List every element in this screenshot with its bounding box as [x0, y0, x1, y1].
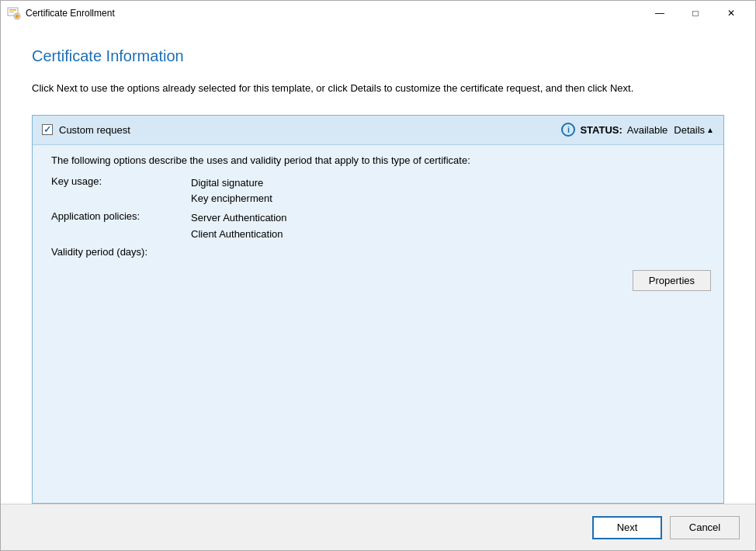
cert-name-label: Custom request — [59, 124, 555, 136]
svg-point-4 — [16, 15, 19, 19]
page-description: Click Next to use the options already se… — [32, 81, 699, 96]
properties-button[interactable]: Properties — [633, 270, 711, 291]
certificate-icon — [7, 6, 21, 20]
validity-label: Validity period (days): — [51, 246, 191, 258]
key-usage-value-2: Key encipherment — [191, 191, 272, 207]
app-policy-value-1: Server Authentication — [191, 210, 287, 227]
key-usage-row: Key usage: Digital signature Key enciphe… — [51, 175, 711, 208]
status-area: i STATUS: Available — [561, 123, 668, 137]
app-policies-label: Application policies: — [51, 210, 191, 243]
key-usage-value-1: Digital signature — [191, 175, 272, 192]
details-button[interactable]: Details ▲ — [674, 124, 714, 136]
cancel-button[interactable]: Cancel — [670, 516, 740, 539]
key-usage-values: Digital signature Key encipherment — [191, 175, 272, 208]
app-policies-row: Application policies: Server Authenticat… — [51, 210, 711, 243]
info-icon: i — [561, 123, 575, 137]
cert-panel: ✓ Custom request i STATUS: Available Det… — [32, 115, 724, 504]
cert-row-header: ✓ Custom request i STATUS: Available Det… — [33, 116, 723, 145]
svg-rect-1 — [9, 9, 16, 11]
window-title: Certificate Enrollment — [26, 8, 115, 19]
properties-row: Properties — [51, 261, 711, 291]
maximize-button[interactable]: □ — [678, 2, 713, 25]
main-content: Certificate Information Click Next to us… — [1, 26, 755, 504]
app-policies-values: Server Authentication Client Authenticat… — [191, 210, 287, 243]
title-bar-left: Certificate Enrollment — [7, 6, 115, 20]
next-button[interactable]: Next — [592, 516, 662, 539]
minimize-button[interactable]: — — [642, 2, 678, 25]
title-bar: Certificate Enrollment — □ ✕ — [1, 1, 755, 26]
cert-details-intro: The following options describe the uses … — [51, 154, 711, 166]
key-usage-label: Key usage: — [51, 175, 191, 208]
window: Certificate Enrollment — □ ✕ Certificate… — [0, 0, 756, 551]
details-label: Details — [674, 124, 705, 136]
cert-details: The following options describe the uses … — [33, 145, 723, 504]
svg-rect-2 — [9, 12, 14, 12]
title-controls: — □ ✕ — [642, 2, 749, 25]
validity-row: Validity period (days): — [51, 246, 711, 258]
chevron-up-icon: ▲ — [706, 126, 714, 134]
close-button[interactable]: ✕ — [713, 2, 749, 25]
custom-request-checkbox[interactable]: ✓ — [42, 124, 53, 135]
app-policy-value-2: Client Authentication — [191, 227, 287, 243]
checkmark-icon: ✓ — [43, 124, 51, 135]
page-title: Certificate Information — [32, 47, 724, 65]
footer: Next Cancel — [1, 504, 755, 550]
status-label: STATUS: — [580, 124, 622, 136]
status-value: Available — [627, 124, 668, 136]
